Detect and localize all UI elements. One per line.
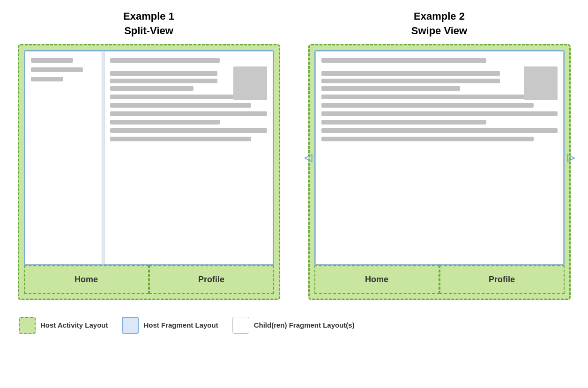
content-with-image: [110, 66, 267, 91]
sidebar-bar-1: [31, 58, 73, 63]
split-left-panel: [25, 51, 102, 264]
sidebar-bar-2: [31, 67, 83, 72]
example2-nav-home[interactable]: Home: [314, 265, 439, 294]
example2-host-fragment: [314, 50, 565, 265]
text-bar-9: [110, 137, 252, 141]
swipe-left-arrow[interactable]: ◁: [304, 152, 312, 164]
text-bar-8: [110, 128, 267, 133]
swipe-text-bar-3: [321, 86, 461, 91]
swipe-title-bar: [321, 58, 487, 63]
legend-item-1: Host Activity Layout: [19, 317, 108, 334]
legend-label-3: Child(ren) Fragment Layout(s): [254, 321, 355, 329]
text-bar-3: [110, 86, 194, 91]
legend-label-1: Host Activity Layout: [40, 321, 108, 329]
example1-host-fragment: [24, 50, 274, 265]
text-bar-2: [110, 79, 218, 83]
split-right-panel: [104, 51, 273, 264]
legend-swatch-green: [19, 317, 36, 334]
legend-swatch-blue: [122, 317, 139, 334]
legend-item-3: Child(ren) Fragment Layout(s): [232, 317, 355, 334]
example2-title: Example 2 Swipe View: [411, 9, 467, 38]
swipe-text-column: [321, 66, 558, 91]
legend-item-2: Host Fragment Layout: [122, 317, 218, 334]
swipe-image-placeholder: [524, 66, 558, 100]
swipe-text-bar-9: [321, 137, 534, 141]
example1-host-activity: Home Profile: [18, 44, 280, 300]
text-bar-1: [110, 71, 218, 76]
text-bar-7: [110, 120, 220, 124]
example1-nav-bar: Home Profile: [24, 265, 274, 294]
legend-swatch-white: [232, 317, 249, 334]
image-placeholder: [233, 66, 267, 100]
text-bar-6: [110, 111, 267, 116]
text-bar-5: [110, 103, 252, 108]
content-title-bar: [110, 58, 220, 63]
swipe-text-bar-7: [321, 120, 487, 124]
swipe-text-bar-5: [321, 103, 534, 108]
example1-title: Example 1 Split-View: [123, 9, 174, 38]
swipe-text-bar-1: [321, 71, 500, 76]
sidebar-bar-3: [31, 77, 64, 81]
example1-nav-profile[interactable]: Profile: [149, 265, 274, 294]
swipe-right-arrow[interactable]: ▷: [567, 152, 575, 164]
example1-block: Example 1 Split-View: [18, 9, 280, 300]
example2-nav-bar: Home Profile: [314, 265, 565, 294]
example1-nav-home[interactable]: Home: [24, 265, 149, 294]
swipe-text-bar-4: [321, 95, 558, 99]
swipe-text-bar-2: [321, 79, 500, 83]
example2-nav-profile[interactable]: Profile: [439, 265, 565, 294]
example2-host-activity: ◁: [308, 44, 571, 300]
legend-row: Host Activity Layout Host Fragment Layou…: [14, 317, 574, 334]
legend-label-2: Host Fragment Layout: [143, 321, 218, 329]
swipe-text-bar-8: [321, 128, 558, 133]
swipe-wrapper: ◁: [314, 50, 565, 265]
swipe-content-with-image: [321, 66, 558, 91]
swipe-text-bar-6: [321, 111, 558, 116]
example2-block: Example 2 Swipe View ◁: [308, 9, 571, 300]
swipe-content-panel: [315, 51, 564, 264]
